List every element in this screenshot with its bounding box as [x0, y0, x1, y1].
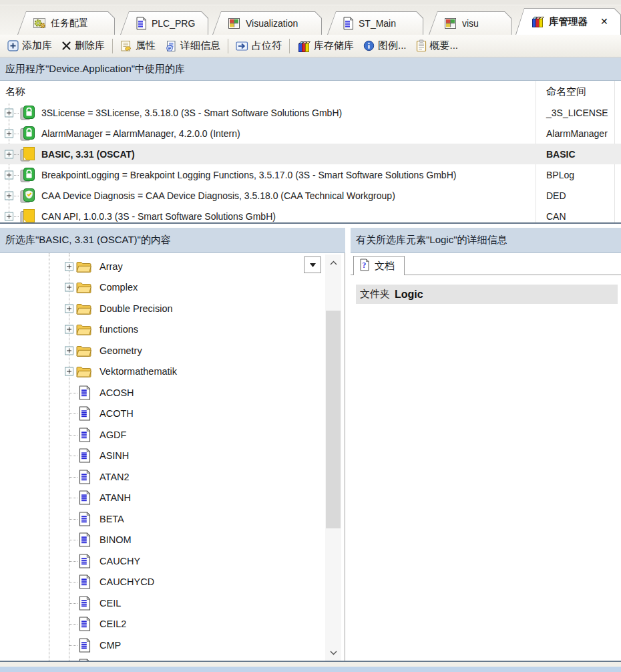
tab-library-manager[interactable]: 库管理器 ✕ — [515, 8, 621, 35]
task-config-icon — [33, 17, 46, 30]
tree-item-label: CEIL — [99, 598, 121, 609]
tree-folder-item[interactable]: Double Precision — [0, 298, 345, 319]
window-top-strip — [0, 0, 621, 5]
tab-visu[interactable]: visu — [429, 11, 511, 35]
placeholder-button[interactable]: 占位符 — [231, 37, 286, 55]
toolbar-label: 概要... — [430, 39, 459, 52]
library-namespace: CAN — [546, 211, 566, 222]
library-row[interactable]: 3SLicense = 3SLicense, 3.5.18.0 (3S - Sm… — [0, 102, 621, 123]
document-icon — [78, 574, 91, 589]
tree-doc-item[interactable] — [0, 656, 345, 661]
tree-item-label: Geometry — [99, 345, 142, 356]
delete-library-button[interactable]: 删除库 — [57, 37, 110, 55]
expand-plus-icon[interactable] — [5, 212, 13, 220]
library-row[interactable]: CAA Device Diagnosis = CAA Device Diagno… — [0, 185, 621, 206]
tree-doc-item[interactable]: CMP — [0, 635, 345, 656]
library-row[interactable]: AlarmManager = AlarmManager, 4.2.0.0 (In… — [0, 123, 621, 144]
toolbar-label: 添加库 — [22, 39, 52, 52]
tree-doc-item[interactable]: CEIL2 — [0, 614, 345, 635]
toolbar-separator — [289, 39, 290, 53]
expand-plus-icon[interactable] — [65, 346, 73, 355]
scrollbar-up-icon[interactable] — [325, 256, 341, 269]
tree-folder-item[interactable]: Vektormathematik — [0, 361, 345, 383]
tree-doc-item[interactable]: ATANH — [0, 488, 345, 509]
library-repository-icon — [297, 39, 310, 53]
tree-doc-item[interactable]: ATAN2 — [0, 466, 345, 488]
document-icon — [78, 428, 91, 442]
tree-folder-item[interactable]: Complex — [0, 277, 345, 299]
tree-doc-item[interactable]: ASINH — [0, 446, 345, 467]
tree-doc-item[interactable]: AGDF — [0, 424, 345, 446]
details-panel-header: 有关所选库元素"Logic"的详细信息 — [351, 228, 621, 253]
tab-st-main[interactable]: ST_Main — [327, 11, 423, 35]
toolbar-label: 详细信息 — [180, 39, 220, 52]
scrollbar-thumb[interactable] — [326, 311, 341, 528]
tree-doc-item[interactable]: BETA — [0, 508, 345, 530]
toolbar-separator — [112, 39, 113, 53]
folder-icon — [76, 365, 91, 377]
tab-task-config[interactable]: 任务配置 — [17, 11, 115, 35]
column-name[interactable]: 名称 — [5, 86, 25, 98]
expand-plus-icon[interactable] — [5, 150, 13, 158]
tab-documentation[interactable]: ? 文档 — [353, 256, 405, 275]
tree-doc-item[interactable]: CEIL — [0, 593, 345, 614]
details-button[interactable]: 详细信息 — [160, 37, 225, 55]
tree-doc-item[interactable]: BINOM — [0, 530, 345, 551]
add-library-button[interactable]: 添加库 — [3, 37, 57, 55]
library-namespace: DED — [546, 190, 566, 201]
tree-doc-item[interactable]: CAUCHYCD — [0, 572, 345, 593]
expand-plus-icon[interactable] — [65, 304, 73, 313]
properties-button[interactable]: 属性 — [116, 37, 160, 55]
tab-plc-prg[interactable]: PLC_PRG — [120, 11, 208, 35]
library-contents-tree-panel: ArrayComplexDouble PrecisionfunctionsGeo… — [0, 253, 345, 661]
summary-button[interactable]: 概要... — [411, 37, 463, 55]
expand-plus-icon[interactable] — [5, 108, 13, 117]
tree-doc-item[interactable]: ACOTH — [0, 403, 345, 425]
column-namespace[interactable]: 命名空间 — [546, 86, 586, 98]
expand-plus-icon[interactable] — [65, 325, 73, 334]
library-row[interactable]: CAN API, 1.0.0.3 (3S - Smart Software So… — [0, 206, 621, 222]
document-icon — [78, 385, 91, 400]
expand-plus-icon[interactable] — [5, 170, 13, 179]
tree-scrollbar[interactable] — [325, 255, 341, 661]
delete-x-icon — [61, 41, 71, 51]
library-name: BreakpointLogging = Breakpoint Logging F… — [41, 170, 456, 180]
toolbar-label: 删除库 — [75, 39, 105, 52]
tree-item-label: Array — [99, 261, 123, 272]
tree-item-label: ATAN2 — [99, 472, 130, 482]
tree-doc-item[interactable]: CAUCHY — [0, 550, 345, 572]
tree-folder-item[interactable]: Array — [0, 256, 345, 277]
library-row[interactable]: BASIC, 3.31 (OSCAT)BASIC — [0, 144, 621, 164]
tree-view-dropdown-button[interactable] — [304, 257, 321, 273]
library-namespace: BPLog — [546, 170, 574, 180]
tree-item-label: BINOM — [99, 534, 132, 545]
library-namespace: _3S_LICENSE — [546, 108, 608, 118]
toolbar-label: 属性 — [136, 39, 156, 52]
expand-plus-icon[interactable] — [5, 191, 13, 200]
heading-prefix: 文件夹 — [360, 288, 390, 301]
expand-plus-icon[interactable] — [65, 367, 73, 376]
horizontal-splitter[interactable] — [0, 222, 621, 228]
expand-plus-icon[interactable] — [65, 283, 73, 292]
legend-button[interactable]: 图例... — [359, 37, 411, 55]
toolbar-separator — [228, 39, 228, 53]
folder-icon — [76, 281, 91, 293]
tree-item-label: ATANH — [99, 492, 131, 503]
tree-doc-item[interactable]: ACOSH — [0, 382, 345, 403]
scrollbar-down-icon[interactable] — [325, 646, 341, 659]
expand-plus-icon[interactable] — [5, 129, 13, 138]
clipboard-icon — [416, 39, 427, 52]
library-manager-window: 任务配置 PLC_PRG Visualization ST_Main — [0, 0, 621, 672]
tree-item-label: ACOSH — [99, 387, 134, 398]
tree-folder-item[interactable]: functions — [0, 319, 345, 341]
tree-item-label: ACOTH — [99, 408, 134, 419]
library-repository-button[interactable]: 库存储库 — [292, 37, 359, 55]
library-row[interactable]: BreakpointLogging = Breakpoint Logging F… — [0, 164, 621, 185]
add-icon — [7, 40, 19, 51]
expand-plus-icon[interactable] — [65, 262, 73, 271]
tab-visualization[interactable]: Visualization — [212, 11, 322, 35]
tree-folder-item[interactable]: Geometry — [0, 340, 345, 361]
tree-item-label: ASINH — [99, 450, 129, 461]
close-icon[interactable]: ✕ — [600, 16, 608, 27]
document-icon — [78, 554, 91, 568]
